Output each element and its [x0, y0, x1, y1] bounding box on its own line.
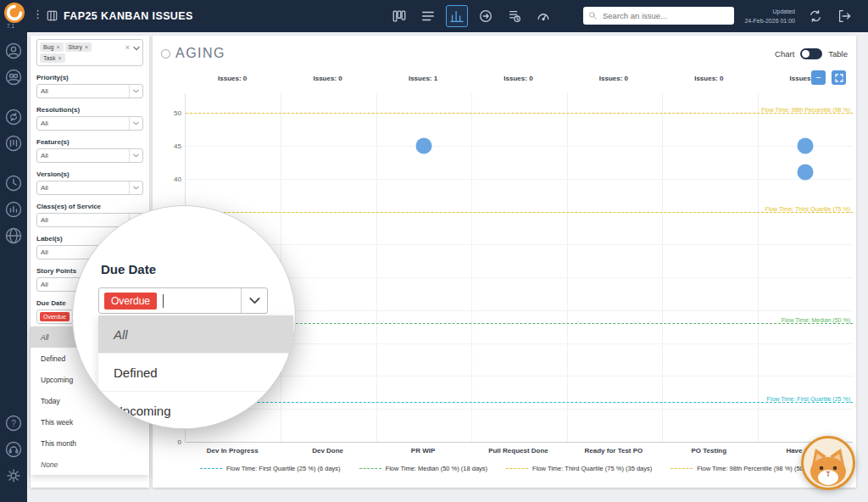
y-tick-label: 40	[174, 175, 181, 182]
aging-scatter-plot: 0404550Flow Time: First Quartile (25 %)F…	[185, 93, 853, 443]
filter-select-priority-s[interactable]: All	[36, 84, 143, 98]
gridline	[186, 146, 853, 147]
list-view-icon[interactable]	[417, 5, 439, 27]
sync-circle-icon[interactable]	[5, 109, 22, 126]
filter-select-resolution-s[interactable]: All	[36, 116, 143, 131]
fullscreen-button[interactable]	[832, 70, 846, 85]
settings-gear-icon[interactable]	[5, 467, 22, 484]
app-logo-icon[interactable]	[4, 3, 25, 23]
filter-select-version-s[interactable]: All	[36, 181, 143, 195]
magnified-option[interactable]: All	[98, 315, 293, 354]
toggle-table-label: Table	[828, 49, 848, 59]
help-icon[interactable]: ?	[5, 415, 22, 432]
chart-table-toggle[interactable]	[800, 48, 822, 59]
chart-point[interactable]	[797, 138, 813, 154]
topbar: 7.1 ⋮ FAP25 KANBAN ISSUES Updated 24-Feb…	[0, 0, 868, 32]
remove-tag-icon[interactable]: ×	[56, 44, 59, 50]
time-icon[interactable]	[5, 175, 22, 192]
magnified-due-date-tag: Overdue	[104, 293, 157, 310]
aging-bullet-icon	[161, 49, 170, 59]
legend-item: Flow Time: First Quartile (25 %) (6 days…	[200, 465, 341, 472]
chevron-down-icon	[129, 149, 139, 162]
due-date-option[interactable]: This month	[31, 432, 149, 454]
sync-icon[interactable]	[805, 6, 826, 26]
logout-icon[interactable]	[834, 6, 854, 26]
percentile-line-label: Flow Time: 98th Percentile (98 %)	[761, 107, 850, 113]
filter-select-feature-s[interactable]: All	[36, 148, 143, 163]
toggle-chart-label: Chart	[775, 49, 794, 59]
y-tick-label: 0	[178, 438, 181, 446]
issues-count-label: Issues: 1	[376, 75, 470, 82]
search-box[interactable]	[583, 7, 734, 25]
cat-avatar[interactable]	[801, 436, 855, 490]
legend-item: Flow Time: Median (50 %) (18 days)	[359, 465, 487, 472]
gridline	[186, 409, 853, 410]
globe-icon[interactable]	[5, 227, 22, 244]
headset-icon[interactable]	[5, 441, 22, 458]
team-icon[interactable]	[5, 69, 22, 86]
magnified-option[interactable]: Defined	[98, 354, 293, 392]
chart-point[interactable]	[416, 138, 432, 154]
remove-tag-icon[interactable]: ×	[85, 44, 88, 50]
remove-tag-icon[interactable]: ×	[58, 55, 61, 61]
profile-icon[interactable]	[5, 42, 22, 59]
gauge-view-icon[interactable]	[532, 5, 554, 27]
chart-legend: Flow Time: First Quartile (25 %) (6 days…	[200, 465, 821, 472]
chart-point[interactable]	[797, 165, 813, 181]
percentile-line-label: Flow Time: Median (50 %)	[782, 317, 850, 323]
magnified-due-date-label: Due Date	[101, 262, 156, 276]
zoom-out-button[interactable]: −	[811, 70, 826, 85]
legend-item: Flow Time: 98th Percentile (98 %) (50 da…	[670, 465, 821, 472]
legend-swatch	[670, 468, 693, 469]
due-date-option[interactable]: None	[31, 454, 149, 475]
chart-zoom-buttons: −	[811, 70, 846, 85]
y-tick-label: 50	[174, 109, 181, 117]
x-axis-label: PO Testing	[661, 447, 756, 455]
x-axis-label: Dev In Progress	[185, 447, 280, 455]
percentile-line: Flow Time: First Quartile (25 %)	[186, 402, 853, 403]
topbar-right-icons	[805, 6, 854, 26]
issue-type-tag[interactable]: Task×	[40, 53, 65, 63]
log-view-icon[interactable]	[504, 5, 526, 27]
chevron-down-icon	[129, 181, 139, 194]
issues-count-label: Issues: 0	[470, 75, 565, 82]
report-icon[interactable]	[5, 201, 22, 218]
legend-swatch	[506, 468, 528, 469]
filter-value: All	[41, 248, 48, 256]
chevron-down-icon[interactable]	[241, 288, 267, 313]
magnified-due-date-select[interactable]: Overdue	[98, 287, 268, 314]
flow-view-icon[interactable]	[475, 5, 497, 27]
board-columns-icon[interactable]	[388, 5, 410, 27]
percentile-line: Flow Time: 98th Percentile (98 %)	[186, 113, 853, 114]
kebab-menu-icon[interactable]: ⋮	[32, 8, 43, 20]
issue-type-filter[interactable]: Bug×Story×Task× ×	[36, 39, 143, 66]
x-axis-label: Ready for Test PO	[566, 447, 661, 455]
x-axis-label: Dev Done	[280, 447, 375, 455]
magnifier-overlay: Due Date Overdue AllDefinedUpcoming	[72, 205, 296, 429]
toggle-knob	[802, 50, 810, 58]
aging-header: AGING Chart Table	[161, 44, 848, 63]
page-title: FAP25 KANBAN ISSUES	[64, 10, 193, 22]
magnified-text-cursor	[163, 294, 164, 308]
issues-count-label: Issues: 0	[566, 75, 661, 82]
kanban-board-icon[interactable]	[5, 135, 22, 152]
legend-item: Flow Time: Third Quartile (75 %) (35 day…	[506, 465, 652, 472]
chevron-down-icon	[129, 85, 139, 98]
issue-type-tag[interactable]: Bug×	[40, 42, 64, 52]
search-input[interactable]	[601, 10, 729, 21]
issue-type-tag[interactable]: Story×	[65, 42, 92, 52]
board-icon	[46, 9, 58, 22]
percentile-line-label: Flow Time: First Quartile (25 %)	[767, 396, 850, 402]
issues-count-row: Issues: 0Issues: 0Issues: 1Issues: 0Issu…	[185, 75, 852, 82]
chevron-down-icon[interactable]	[133, 46, 140, 51]
y-tick-label: 45	[174, 142, 181, 150]
chart-view-icon[interactable]	[446, 5, 468, 27]
chart-table-toggle-wrap: Chart Table	[775, 48, 848, 59]
filter-label-resolution-s: Resolution(s)	[36, 106, 143, 114]
legend-label: Flow Time: Median (50 %) (18 days)	[386, 465, 487, 472]
filter-value: All	[41, 87, 48, 95]
filter-label-feature-s: Feature(s)	[36, 138, 143, 146]
clear-icon[interactable]: ×	[125, 44, 130, 52]
filter-value: All	[41, 120, 48, 127]
gridline	[186, 179, 853, 180]
